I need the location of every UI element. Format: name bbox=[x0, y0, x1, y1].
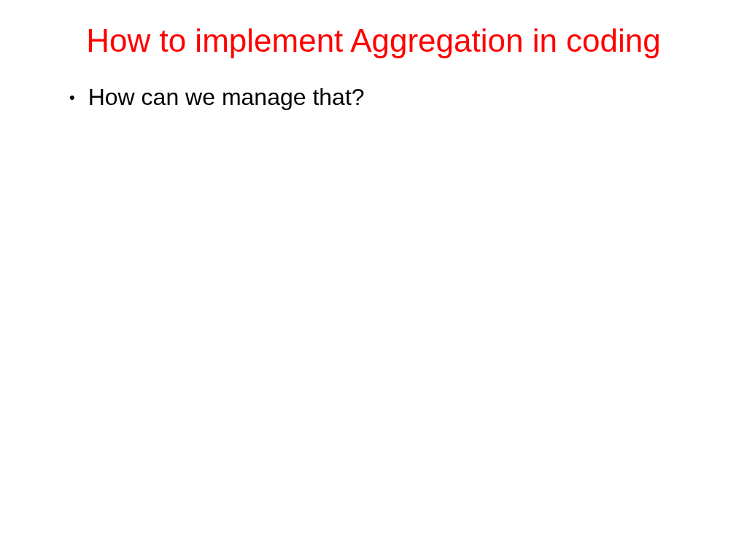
slide-content: • How can we manage that? bbox=[0, 82, 747, 113]
bullet-item: • How can we manage that? bbox=[69, 82, 678, 113]
slide-title: How to implement Aggregation in coding bbox=[0, 22, 747, 61]
bullet-marker-icon: • bbox=[69, 82, 75, 113]
bullet-text: How can we manage that? bbox=[88, 82, 365, 113]
slide-container: How to implement Aggregation in coding •… bbox=[0, 0, 747, 560]
